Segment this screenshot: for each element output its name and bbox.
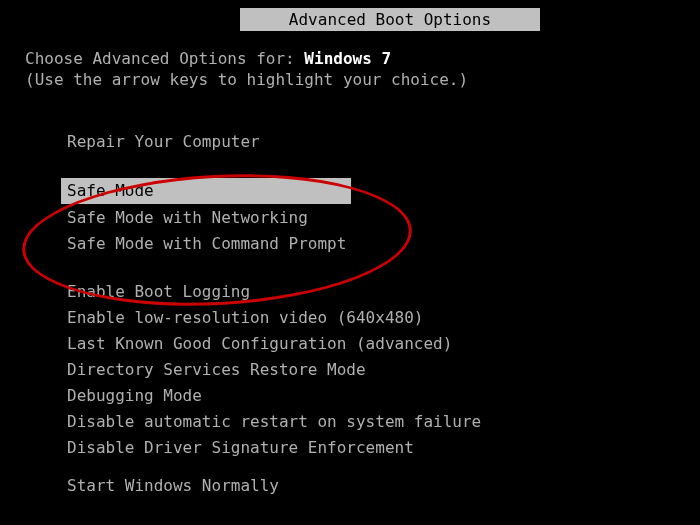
menu-label: Enable low-resolution video (640x480) [67,308,423,327]
menu-item-safe-mode-cmd[interactable]: Safe Mode with Command Prompt [67,231,675,257]
menu-label: Enable Boot Logging [67,282,250,301]
page-title: Advanced Boot Options [289,10,491,29]
menu-label: Safe Mode with Command Prompt [67,234,346,253]
header-prefix: Choose Advanced Options for: [25,49,304,68]
menu-label: Debugging Mode [67,386,202,405]
menu-item-low-res[interactable]: Enable low-resolution video (640x480) [67,305,675,331]
menu-item-dsrm[interactable]: Directory Services Restore Mode [67,357,675,383]
menu-item-debugging[interactable]: Debugging Mode [67,383,675,409]
menu-item-repair[interactable]: Repair Your Computer [67,129,675,155]
hint-line: (Use the arrow keys to highlight your ch… [25,70,675,89]
menu-item-safe-mode-networking[interactable]: Safe Mode with Networking [67,205,675,231]
menu-label: Directory Services Restore Mode [67,360,366,379]
menu-item-boot-logging[interactable]: Enable Boot Logging [67,279,675,305]
menu-label: Repair Your Computer [67,132,260,151]
menu-label: Disable Driver Signature Enforcement [67,438,414,457]
menu-label: Disable automatic restart on system fail… [67,412,481,431]
os-name: Windows 7 [304,49,391,68]
menu-label: Last Known Good Configuration (advanced) [67,334,452,353]
menu-label: Start Windows Normally [67,476,279,495]
menu-group-repair: Repair Your Computer [67,129,675,155]
menu-label-selected: Safe Mode [61,178,351,204]
menu-item-disable-driver-sig[interactable]: Disable Driver Signature Enforcement [67,435,675,461]
menu-item-last-known-good[interactable]: Last Known Good Configuration (advanced) [67,331,675,357]
menu-group-advanced: Enable Boot Logging Enable low-resolutio… [67,279,675,499]
menu-item-start-normally[interactable]: Start Windows Normally [67,473,675,499]
header-line: Choose Advanced Options for: Windows 7 [25,49,675,68]
content-area: Choose Advanced Options for: Windows 7 (… [0,31,700,517]
menu-item-disable-auto-restart[interactable]: Disable automatic restart on system fail… [67,409,675,435]
menu-group-safemode: Safe Mode Safe Mode with Networking Safe… [67,177,675,257]
menu-label: Safe Mode with Networking [67,208,308,227]
boot-menu: Repair Your Computer Safe Mode Safe Mode… [67,129,675,499]
title-bar: Advanced Boot Options [240,8,540,31]
menu-item-safe-mode[interactable]: Safe Mode [67,177,675,205]
